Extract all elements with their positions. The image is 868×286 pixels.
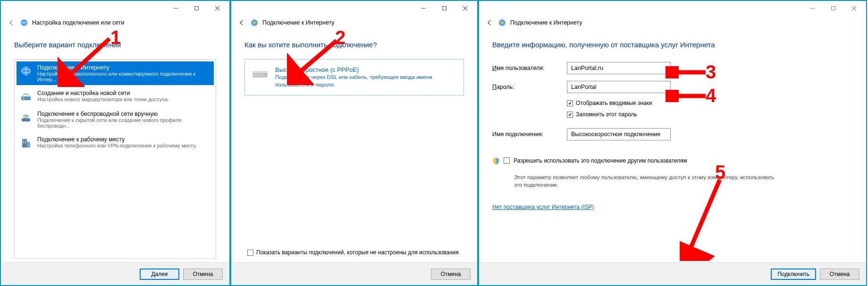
connection-name-label: Имя подключения: (492, 131, 563, 138)
next-button[interactable]: Далее (140, 269, 179, 280)
svg-rect-1 (194, 6, 198, 10)
allow-others-label: Разрешить использовать это подключение д… (514, 157, 687, 164)
connection-name-input[interactable]: Высокоскоростное подключение (567, 128, 671, 140)
username-input[interactable]: LanPortal.ru (567, 62, 671, 74)
svg-point-26 (265, 74, 267, 75)
show-all-label: Показать варианты подключений, которые н… (256, 249, 459, 256)
allow-others-sublabel: Этот параметр позволяет любому пользоват… (514, 173, 778, 189)
show-chars-label: Отображать вводимые знаки (576, 100, 652, 106)
svg-point-23 (253, 21, 256, 24)
option-desc: Подключение к скрытой сети или создание … (37, 117, 211, 129)
shield-icon (492, 157, 500, 165)
choice-desc: Подключение через DSL или кабель, требую… (275, 73, 458, 88)
svg-point-33 (501, 21, 504, 24)
footer: Отмена (231, 262, 477, 285)
maximize-button[interactable] (434, 1, 455, 15)
no-isp-link[interactable]: Нет поставщика услуг Интернета (ISP) (492, 204, 853, 210)
option-desc: Настройка телефонного или VPN-подключени… (37, 143, 197, 148)
footer: Далее Отмена (1, 262, 229, 285)
close-button[interactable] (843, 1, 864, 15)
option-internet[interactable]: Подключение к Интернету Настройка широко… (17, 61, 214, 85)
option-wireless-manual[interactable]: Подключение к беспроводной сети вручную … (17, 108, 214, 131)
minimize-button[interactable] (413, 1, 434, 15)
svg-rect-11 (22, 139, 27, 147)
svg-rect-10 (22, 118, 30, 121)
option-title: Подключение к Интернету (37, 64, 211, 71)
close-button[interactable] (207, 1, 228, 15)
modem-icon (251, 66, 270, 80)
credentials-form: Имя пользователя: LanPortal.ru Пароль: L… (492, 62, 853, 210)
header-title: Настройка подключения или сети (32, 19, 125, 26)
header: Настройка подключения или сети (1, 15, 229, 32)
remember-checkbox[interactable] (567, 112, 573, 118)
building-icon (19, 136, 33, 149)
step-heading: Введите информацию, полученную от постав… (492, 41, 853, 49)
password-label: Пароль: (492, 84, 563, 90)
back-button[interactable] (485, 18, 494, 27)
cancel-button[interactable]: Отмена (183, 269, 223, 280)
option-new-network[interactable]: Создание и настройка новой сети Настройк… (17, 87, 214, 106)
minimize-button[interactable] (802, 1, 823, 15)
show-all-options-row[interactable]: Показать варианты подключений, которые н… (244, 249, 464, 256)
connection-options-list: Подключение к Интернету Настройка широко… (14, 59, 216, 259)
minimize-button[interactable] (165, 1, 186, 15)
option-title: Создание и настройка новой сети (37, 90, 169, 96)
header-title: Подключение к Интернету (510, 19, 582, 26)
back-button[interactable] (237, 18, 246, 27)
password-input[interactable]: LanPortal (567, 81, 671, 93)
option-desc: Настройка нового маршрутизатора или точк… (37, 96, 169, 102)
cancel-button[interactable]: Отмена (431, 269, 471, 280)
back-button[interactable] (7, 18, 16, 27)
choice-title: Высокоскоростное (с PPPoE) (275, 66, 458, 73)
svg-point-9 (23, 98, 25, 99)
remember-label: Запомнить этот пароль (576, 111, 637, 118)
username-label: Имя пользователя: (492, 65, 563, 71)
cancel-button[interactable]: Отмена (820, 269, 860, 280)
wizard-window-step3: Подключение к Интернету Введите информац… (478, 0, 867, 286)
svg-rect-25 (253, 71, 268, 73)
maximize-button[interactable] (186, 1, 207, 15)
titlebar (231, 1, 477, 15)
svg-rect-12 (27, 142, 30, 147)
header-title: Подключение к Интернету (262, 19, 335, 26)
allow-others-checkbox[interactable] (504, 157, 510, 164)
svg-rect-19 (442, 6, 446, 10)
svg-rect-13 (23, 140, 24, 141)
option-desc: Настройка широкополосного или коммутируе… (37, 71, 211, 82)
svg-rect-14 (25, 140, 26, 141)
option-workplace[interactable]: Подключение к рабочему месту Настройка т… (17, 133, 214, 152)
network-icon (498, 18, 506, 27)
footer: Подключить Отмена (479, 262, 866, 285)
wifi-icon (19, 111, 33, 124)
header: Подключение к Интернету (231, 15, 477, 32)
svg-rect-16 (25, 142, 26, 143)
router-icon (19, 90, 33, 103)
close-button[interactable] (455, 1, 475, 15)
titlebar (479, 1, 866, 15)
show-all-checkbox[interactable] (247, 250, 253, 256)
network-icon (20, 18, 28, 27)
option-title: Подключение к рабочему месту (37, 136, 197, 143)
header: Подключение к Интернету (479, 15, 866, 32)
svg-rect-15 (23, 142, 24, 143)
wizard-window-step2: Подключение к Интернету Как вы хотите вы… (230, 0, 478, 286)
option-title: Подключение к беспроводной сети вручную (37, 111, 211, 117)
step-heading: Как вы хотите выполнить подключение? (244, 41, 464, 49)
svg-rect-8 (21, 96, 31, 100)
show-chars-checkbox[interactable] (567, 100, 573, 106)
show-chars-row[interactable]: Отображать вводимые знаки (567, 100, 853, 106)
remember-row[interactable]: Запомнить этот пароль (567, 111, 853, 118)
wizard-window-step1: Настройка подключения или сети Выберите … (0, 0, 230, 286)
step-heading: Выберите вариант подключения (14, 41, 216, 49)
globe-icon (19, 64, 33, 78)
connect-button[interactable]: Подключить (771, 269, 816, 280)
option-pppoe[interactable]: Высокоскоростное (с PPPoE) Подключение ч… (244, 59, 464, 95)
titlebar (1, 1, 229, 15)
maximize-button[interactable] (823, 1, 843, 15)
svg-rect-29 (831, 6, 835, 10)
network-icon (250, 18, 259, 27)
